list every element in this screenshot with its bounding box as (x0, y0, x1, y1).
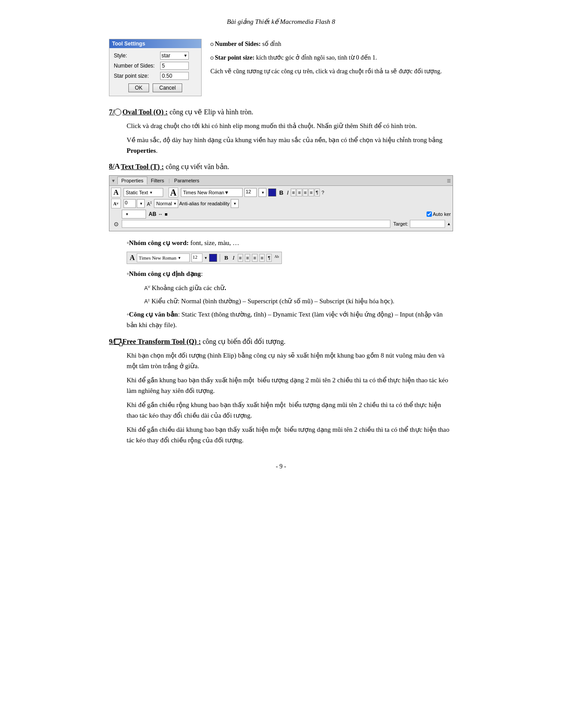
dialog-row-style: Style: star ▼ (114, 52, 197, 60)
bold-button[interactable]: B (278, 189, 285, 196)
drag-handle: ▼ (111, 178, 116, 183)
word-bar-size[interactable]: 12 (191, 253, 202, 262)
page-number: - 9 - (109, 463, 453, 470)
kern-dropdown[interactable]: ▼ (137, 199, 145, 208)
font-arrow: ▼ (224, 190, 229, 195)
font-size-input[interactable]: 12 (244, 188, 257, 197)
format-item2: A‡ Kiểu chữ: Normal (bình thường) – Supe… (144, 296, 453, 306)
ok-button[interactable]: OK (128, 83, 149, 92)
auto-ker-label: Auto ker (433, 211, 451, 217)
format-group-label: ◦Nhóm công cụ định dạng: (127, 268, 453, 279)
section7-title: Oval Tool (O) : công cụ vẽ Elip và hình … (122, 108, 253, 116)
paragraph-button[interactable]: ¶ (315, 189, 320, 196)
auto-ker-checkbox[interactable] (427, 211, 432, 217)
word-bar-color[interactable] (209, 254, 217, 262)
properties-panel: ▼ Properties Filters | Parameters ☰ A St… (109, 175, 453, 231)
word-bar-italic[interactable]: I (231, 254, 236, 261)
text-type-value: Static Text (126, 190, 148, 195)
kern-arrow: ▼ (139, 202, 143, 206)
font-size-dropdown[interactable]: ▼ (259, 188, 266, 197)
section8-heading: 8/ A Text Tool (T) : công cụ viết văn bả… (109, 162, 453, 171)
starsize-input[interactable] (160, 72, 189, 80)
italic-button[interactable]: I (285, 189, 290, 196)
align-justify-button[interactable]: ≡ (308, 189, 314, 196)
word-bar-align3[interactable]: ≡ (252, 254, 257, 262)
dialog-row-sides: Number of Sides: (114, 62, 197, 70)
section9-heading: 9/ Free Transform Tool (Q) : công cụ biế… (109, 337, 453, 346)
style-select[interactable]: star ▼ (160, 52, 189, 60)
text-type-arrow: ▼ (150, 191, 153, 195)
align-left-button[interactable]: ≡ (291, 189, 296, 196)
anti-alias-label: Anti-alias for readability (179, 201, 229, 206)
expand-icon[interactable]: ☰ (447, 178, 451, 183)
dialog-body: Style: star ▼ Number of Sides: Star poin… (109, 48, 201, 96)
word-group-label: ◦Nhóm công cụ word: font, size, màu, … (127, 238, 453, 248)
dialog-context-text: Number of Sides: số đỉnh Star point size… (210, 39, 453, 80)
url-input[interactable] (122, 220, 390, 228)
section7-number: 7/ (109, 108, 114, 116)
props-row1: A Static Text ▼ A Times New Roman ▼ 12 ▼… (111, 188, 451, 197)
section9-para1: Khi bạn chọn một đối tượng (hình Elip) b… (127, 350, 453, 371)
ab-box: ■ (165, 211, 168, 217)
word-bar-align1[interactable]: ≡ (238, 254, 243, 262)
font-color-box[interactable] (268, 189, 276, 196)
target-input[interactable] (410, 220, 445, 228)
text-type-dropdown[interactable]: Static Text ▼ (124, 188, 163, 197)
font-A-icon: A (169, 188, 178, 197)
align-right-button[interactable]: ≡ (303, 189, 308, 196)
align-center-button[interactable]: ≡ (296, 189, 302, 196)
word-bar-font-arrow: ▼ (178, 256, 181, 260)
tab-properties[interactable]: Properties (117, 177, 147, 185)
props-row3: ▼ AB ↔ ■ Auto ker (111, 210, 451, 219)
word-tools-bar: A Times New Roman ▼ 12 ▼ B I ≡ ≡ ≡ ≡ ¶ A… (127, 252, 282, 264)
ab-section: AB ↔ ■ (149, 211, 168, 217)
free-transform-icon (114, 339, 121, 345)
word-bar-extra: Ab (274, 255, 279, 260)
word-bar-align4[interactable]: ≡ (259, 254, 265, 262)
dialog-buttons: OK Cancel (114, 83, 197, 92)
font-value: Times New Roman (183, 190, 224, 195)
section7-layout: Tool Settings Style: star ▼ Number of Si… (109, 39, 453, 101)
bullet1 (210, 43, 214, 46)
style-dropdown[interactable]: Normal ▼ (154, 199, 178, 208)
cancel-button[interactable]: Cancel (153, 83, 182, 92)
a-dagger-icon: A‡ (144, 298, 150, 305)
word-bar-font[interactable]: Times New Roman ▼ (137, 253, 190, 262)
av-icon: AV (144, 285, 150, 291)
section7-para1: Click và drag chuột cho tới khi có hình … (127, 121, 453, 131)
oval-tool-icon (114, 109, 121, 116)
word-bar-sep (220, 254, 220, 262)
number-of-sides-text: Number of Sides: số đỉnh (210, 39, 453, 49)
sides-input[interactable] (160, 62, 189, 70)
style-arrow: ▼ (184, 53, 187, 58)
props-row4: ⊙ Target: ▲ (111, 220, 451, 228)
superscript-icon-left: AV (111, 199, 121, 208)
text-tool-icon: A (114, 162, 120, 171)
word-bar-align2[interactable]: ≡ (245, 254, 250, 262)
target-label: Target: (393, 221, 408, 226)
row3-dropdown[interactable]: ▼ (122, 210, 146, 219)
sides-label: Number of Sides: (114, 63, 160, 69)
star-point-text: Star point size: kích thước góc ở đỉnh n… (210, 53, 453, 63)
style-arrow: ▼ (173, 202, 177, 206)
word-bar-size-arrow: ▼ (204, 256, 208, 260)
ab-arrows: ↔ (158, 211, 163, 217)
superscript-A-icon: A‡ (147, 201, 152, 207)
align-buttons: ≡ ≡ ≡ ≡ ¶ (291, 189, 320, 196)
style-label: Style: (114, 53, 160, 59)
starsize-label: Star point size: (114, 73, 160, 79)
tab-filters[interactable]: Filters (147, 177, 168, 184)
page-header: Bài giảng Thiết kế Macromedia Flash 8 (109, 18, 453, 26)
kern-input[interactable]: 0 (124, 199, 136, 208)
word-bar-para[interactable]: ¶ (266, 254, 272, 262)
tab-parameters[interactable]: Parameters (171, 177, 203, 184)
anti-alias-section: Anti-alias for readability ▼ (179, 199, 451, 208)
anti-alias-dropdown[interactable]: ▼ (231, 199, 239, 208)
word-bar-bold[interactable]: B (223, 254, 229, 261)
font-dropdown[interactable]: Times New Roman ▼ (181, 188, 243, 197)
tool-settings-dialog: Tool Settings Style: star ▼ Number of Si… (109, 39, 202, 96)
expand-arrow: ▲ (447, 222, 451, 226)
help-button[interactable]: ? (321, 190, 325, 195)
dialog-title: Tool Settings (109, 39, 201, 48)
section9-para3: Khi để gần chiều rộng khung bao bạn thấy… (127, 400, 453, 421)
